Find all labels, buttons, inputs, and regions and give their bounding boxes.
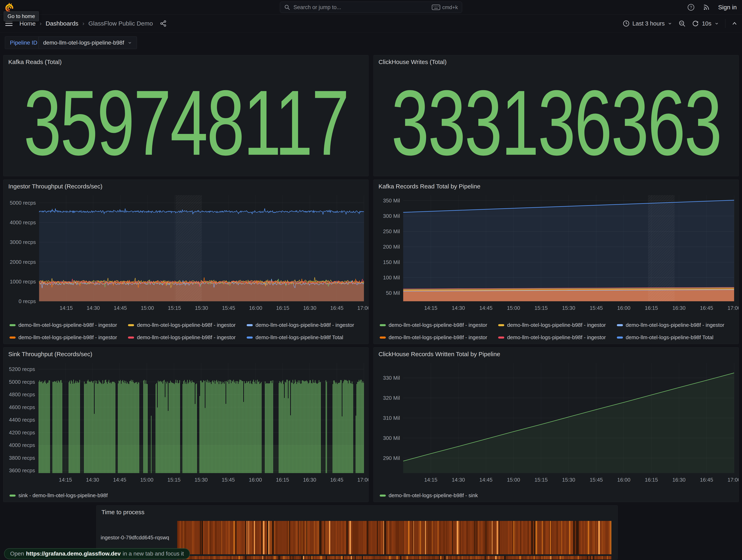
svg-text:15:00: 15:00 [140, 477, 153, 483]
panel-clickhouse-records-written: ClickHouse Records Written Total by Pipe… [373, 347, 739, 502]
search-input[interactable]: Search or jump to... cmd+k [280, 2, 462, 13]
pipeline-id-value: demo-llm-otel-logs-pipeline-b98f [43, 40, 124, 46]
svg-text:15:15: 15:15 [167, 477, 180, 483]
status-url: https://grafana.demo.glassflow.dev [26, 551, 121, 557]
legend-item[interactable]: demo-llm-otel-logs-pipeline-b98f - inges… [9, 322, 126, 328]
svg-text:4000 recps: 4000 recps [10, 219, 36, 225]
legend-item[interactable]: demo-llm-otel-logs-pipeline-b98f - sink [380, 492, 734, 499]
grafana-logo[interactable] [4, 2, 14, 12]
collapse-controls-icon[interactable] [732, 20, 738, 27]
breadcrumb-current: GlassFlow Public Demo [88, 20, 153, 27]
status-suffix: in a new tab and focus it [123, 551, 184, 557]
rss-news-icon[interactable] [703, 4, 710, 11]
share-icon[interactable] [160, 20, 167, 27]
legend-item[interactable]: demo-llm-otel-logs-pipeline-b98f - inges… [617, 322, 734, 328]
legend-item[interactable]: demo-llm-otel-logs-pipeline-b98f - inges… [9, 334, 126, 341]
chevron-down-icon [668, 21, 672, 26]
sign-in-button[interactable]: Sign in [718, 4, 737, 11]
svg-text:14:45: 14:45 [479, 477, 492, 483]
keyboard-icon [432, 4, 440, 10]
legend-label: demo-llm-otel-logs-pipeline-b98f - inges… [389, 334, 487, 341]
svg-text:16:30: 16:30 [672, 477, 686, 483]
status-prefix: Open [10, 551, 24, 557]
refresh-icon [692, 20, 699, 27]
clickhouse-writes-value: 333136363 [374, 55, 739, 176]
svg-text:17:00: 17:00 [357, 305, 369, 311]
svg-text:3600 recps: 3600 recps [9, 467, 35, 473]
legend-item[interactable]: demo-llm-otel-logs-pipeline-b98f - inges… [380, 322, 496, 328]
legend-swatch [380, 337, 386, 339]
svg-text:15:45: 15:45 [221, 477, 235, 483]
svg-text:2000 recps: 2000 recps [10, 259, 36, 265]
panel-sink-throughput: Sink Throughput (Records/sec) 14:1514:30… [3, 347, 369, 502]
panel-kafka-reads-total: Kafka Reads (Total) 359748117 [3, 55, 369, 176]
svg-text:50 Mil: 50 Mil [386, 290, 400, 296]
svg-text:16:00: 16:00 [249, 477, 262, 483]
svg-text:17:00: 17:00 [728, 305, 739, 311]
pipeline-id-select[interactable]: demo-llm-otel-logs-pipeline-b98f [39, 37, 137, 49]
legend-swatch [498, 337, 504, 339]
svg-text:17:00: 17:00 [357, 477, 369, 483]
ingestor-throughput-chart[interactable]: 14:1514:3014:4515:0015:1515:3015:4516:00… [3, 193, 369, 312]
legend-swatch [380, 324, 386, 326]
breadcrumb-dashboards[interactable]: Dashboards [46, 20, 78, 27]
legend-swatch [380, 495, 386, 497]
svg-text:17:00: 17:00 [728, 477, 739, 483]
legend-item[interactable]: demo-llm-otel-logs-pipeline-b98f - inges… [380, 334, 496, 341]
breadcrumb-separator: › [40, 20, 42, 27]
svg-text:14:15: 14:15 [59, 477, 72, 483]
svg-text:100 Mil: 100 Mil [383, 274, 400, 281]
panel-kafka-records-read: Kafka Records Read Total by Pipeline 14:… [373, 180, 739, 344]
legend-item[interactable]: demo-llm-otel-logs-pipeline-b98f Total [617, 334, 734, 341]
grafana-dashboard: Search or jump to... cmd+k ? [0, 0, 742, 560]
svg-text:16:00: 16:00 [617, 477, 630, 483]
time-range-picker[interactable]: Last 3 hours [623, 20, 673, 27]
refresh-interval-label: 10s [702, 20, 711, 27]
clock-icon [623, 20, 630, 27]
svg-text:14:30: 14:30 [452, 477, 465, 483]
svg-text:15:15: 15:15 [534, 305, 547, 311]
legend-item[interactable]: demo-llm-otel-logs-pipeline-b98f Total [247, 334, 364, 341]
legend-item[interactable]: demo-llm-otel-logs-pipeline-b98f - inges… [498, 322, 615, 328]
zoom-out-icon[interactable] [678, 20, 686, 27]
legend-item[interactable]: demo-llm-otel-logs-pipeline-b98f - inges… [128, 322, 245, 328]
svg-text:15:45: 15:45 [590, 305, 603, 311]
help-icon[interactable]: ? [687, 4, 695, 11]
kafka-records-read-chart[interactable]: 14:1514:3014:4515:0015:1515:3015:4516:00… [374, 193, 739, 312]
panel-title: Kafka Reads (Total) [8, 59, 62, 65]
svg-text:16:30: 16:30 [672, 305, 686, 311]
svg-text:16:45: 16:45 [330, 305, 343, 311]
legend-item[interactable]: demo-llm-otel-logs-pipeline-b98f - inges… [498, 334, 615, 341]
sink-throughput-chart[interactable]: 14:1514:3014:4515:0015:1515:3015:4516:00… [3, 360, 369, 484]
legend-label: demo-llm-otel-logs-pipeline-b98f - inges… [626, 322, 724, 328]
refresh-picker[interactable]: 10s [692, 20, 719, 27]
legend-swatch [9, 495, 15, 497]
svg-text:14:15: 14:15 [424, 305, 437, 311]
svg-text:16:00: 16:00 [617, 305, 630, 311]
legend-label: demo-llm-otel-logs-pipeline-b98f - inges… [256, 322, 354, 328]
legend-label: demo-llm-otel-logs-pipeline-b98f - inges… [389, 322, 487, 328]
chevron-down-icon [714, 21, 719, 26]
svg-text:16:00: 16:00 [249, 305, 262, 311]
search-shortcut: cmd+k [442, 4, 458, 10]
clickhouse-records-written-chart[interactable]: 14:1514:3014:4515:0015:1515:3015:4516:00… [374, 360, 739, 484]
svg-text:5000 recps: 5000 recps [9, 379, 35, 385]
legend-label: demo-llm-otel-logs-pipeline-b98f - inges… [507, 322, 606, 328]
legend-item[interactable]: sink - demo-llm-otel-logs-pipeline-b98f [9, 492, 364, 499]
status-bar-link-hint: Open https://grafana.demo.glassflow.dev … [4, 548, 190, 559]
svg-text:14:15: 14:15 [424, 477, 437, 483]
legend-item[interactable]: demo-llm-otel-logs-pipeline-b98f - inges… [247, 322, 364, 328]
legend-label: demo-llm-otel-logs-pipeline-b98f - inges… [137, 322, 235, 328]
legend-swatch [617, 324, 623, 326]
svg-text:5200 recps: 5200 recps [9, 366, 35, 372]
svg-text:330 Mil: 330 Mil [383, 375, 400, 381]
legend-item[interactable]: demo-llm-otel-logs-pipeline-b98f - inges… [128, 334, 245, 341]
legend-swatch [617, 337, 623, 339]
panel-title: ClickHouse Writes (Total) [378, 59, 446, 65]
svg-text:14:15: 14:15 [59, 305, 73, 311]
svg-text:250 Mil: 250 Mil [383, 228, 400, 235]
panel-title: ClickHouse Records Written Total by Pipe… [378, 351, 500, 358]
time-to-process-heatmap[interactable] [177, 521, 612, 560]
legend-label: demo-llm-otel-logs-pipeline-b98f - inges… [18, 334, 117, 341]
svg-text:4000 recps: 4000 recps [9, 442, 35, 448]
